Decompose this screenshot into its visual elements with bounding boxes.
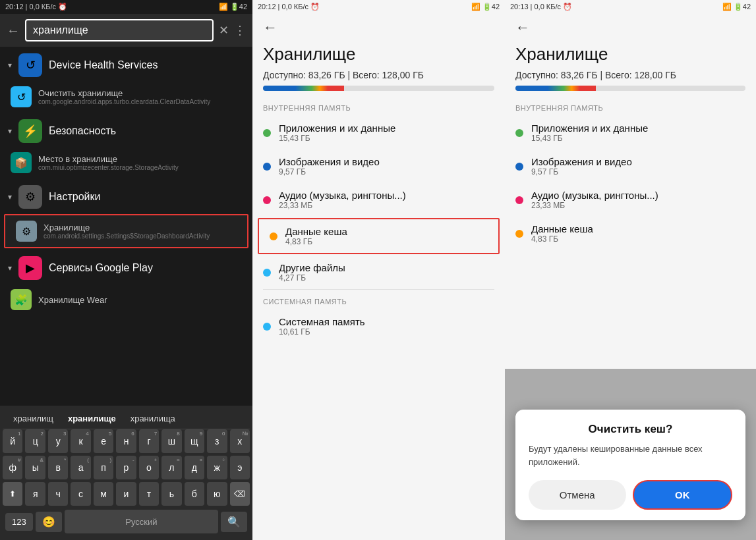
close-icon[interactable]: ✕	[219, 23, 229, 38]
key-х[interactable]: х№	[230, 429, 250, 453]
dot-system	[263, 323, 271, 331]
cancel-button[interactable]: Отмена	[529, 480, 626, 510]
section-google-play[interactable]: ▾ ▶ Сервисы Google Play	[0, 250, 252, 284]
key-backspace[interactable]: ⌫	[230, 482, 250, 506]
key-ч[interactable]: ч	[48, 482, 68, 506]
key-а[interactable]: а(	[71, 456, 90, 479]
device-health-icon: ↺	[18, 53, 42, 77]
storage-settings-name: Хранилище	[44, 223, 210, 232]
keyboard-bottom-row: 123 😊 Русский 🔍	[3, 508, 250, 533]
key-space[interactable]: Русский	[65, 510, 218, 533]
key-т[interactable]: т	[139, 482, 159, 506]
key-з[interactable]: з0	[207, 429, 227, 453]
key-р[interactable]: р-	[116, 456, 136, 479]
suggestion-3[interactable]: хранилища	[125, 412, 181, 425]
security-icon: ⚡	[18, 119, 42, 143]
page-title-3: Хранилище	[505, 44, 756, 70]
key-ю[interactable]: ю	[207, 482, 227, 506]
storage-item-other[interactable]: Другие файлы 4,27 ГБ	[252, 256, 505, 289]
key-н[interactable]: н6	[116, 429, 136, 453]
key-emoji[interactable]: 😊	[36, 512, 62, 532]
storage-wear-text: Хранилище Wear	[38, 295, 107, 305]
key-ш[interactable]: ш8	[161, 429, 181, 453]
panel2-header: ←	[252, 14, 505, 44]
list-item-clear-storage[interactable]: ↺ Очистить хранилище com.google.android.…	[0, 81, 252, 113]
suggestion-2[interactable]: хранилище	[63, 412, 121, 425]
section-settings[interactable]: ▾ ⚙ Настройки	[0, 178, 252, 213]
key-и[interactable]: и	[116, 482, 136, 506]
audio-name: Аудио (музыка, рингтоны...)	[279, 190, 494, 201]
key-в[interactable]: в*	[48, 456, 68, 479]
ok-button[interactable]: OK	[633, 480, 733, 510]
storage-item-audio[interactable]: Аудио (музыка, рингтоны...) 23,33 МБ	[252, 183, 505, 217]
storage-place-icon: 📦	[11, 152, 32, 173]
list-item-storage-place[interactable]: 📦 Место в хранилище com.miui.optimizecen…	[0, 147, 252, 178]
key-у[interactable]: у3	[48, 429, 68, 453]
storage-item-cache[interactable]: Данные кеша 4,83 ГБ	[258, 218, 500, 254]
more-icon[interactable]: ⋮	[234, 23, 246, 38]
back-icon-1[interactable]: ←	[7, 23, 20, 38]
storage-info-3: Доступно: 83,26 ГБ | Всего: 128,00 ГБ	[505, 70, 756, 83]
list-item-storage-wear[interactable]: 🧩 Хранилище Wear	[0, 284, 252, 315]
key-м[interactable]: м	[94, 482, 113, 506]
search-input[interactable]	[25, 19, 214, 41]
key-л[interactable]: л=	[161, 456, 181, 479]
storage-bar-2	[263, 86, 494, 91]
apps-name: Приложения и их данные	[279, 122, 494, 134]
key-й[interactable]: й1	[3, 429, 22, 453]
system-text: Системная память 10,61 ГБ	[279, 316, 494, 337]
key-search[interactable]: 🔍	[221, 512, 247, 532]
status-left-2: 20:12 | 0,0 КБ/с ⏰	[258, 3, 320, 11]
key-э[interactable]: э	[230, 456, 250, 479]
key-num[interactable]: 123	[5, 513, 33, 531]
storage-item-audio-3[interactable]: Аудио (музыка, рингтоны...) 23,33 МБ	[505, 183, 756, 217]
keyboard-suggestions: хранилищ хранилище хранилища	[3, 410, 250, 429]
panel-storage-dialog: 20:13 | 0,0 КБ/с ⏰ 📶 🔋42 ← Хранилище Дос…	[505, 0, 756, 540]
storage-place-name: Место в хранилище	[38, 154, 179, 164]
back-arrow-2[interactable]: ←	[263, 19, 277, 36]
list-item-storage-settings[interactable]: ⚙ Хранилище com.android.settings.Setting…	[4, 214, 248, 248]
audio-text-3: Аудио (музыка, рингтоны...) 23,33 МБ	[531, 190, 745, 210]
key-с[interactable]: с	[71, 482, 90, 506]
back-arrow-3[interactable]: ←	[515, 19, 530, 36]
key-shift[interactable]: ⬆	[3, 482, 22, 506]
key-п[interactable]: п)	[94, 456, 113, 479]
images-text-3: Изображения и видео 9,57 ГБ	[531, 156, 745, 176]
key-о[interactable]: о+	[139, 456, 159, 479]
dot-apps-3	[515, 129, 523, 137]
images-name: Изображения и видео	[279, 156, 494, 167]
key-к[interactable]: к4	[71, 429, 90, 453]
section-label-system-2: СИСТЕМНАЯ ПАМЯТЬ	[252, 290, 505, 310]
suggestion-1[interactable]: хранилищ	[8, 412, 59, 425]
key-д[interactable]: д×	[185, 456, 204, 479]
storage-item-images-3[interactable]: Изображения и видео 9,57 ГБ	[505, 149, 756, 183]
storage-item-apps-3[interactable]: Приложения и их данные 15,43 ГБ	[505, 116, 756, 149]
section-device-health[interactable]: ▾ ↺ Device Health Services	[0, 47, 252, 81]
storage-settings-text: Хранилище com.android.settings.Settings$…	[44, 223, 210, 240]
key-ц[interactable]: ц2	[25, 429, 45, 453]
clear-storage-icon: ↺	[11, 86, 32, 107]
images-size: 9,57 ГБ	[279, 167, 494, 176]
google-play-icon: ▶	[18, 256, 42, 280]
key-г[interactable]: г7	[139, 429, 159, 453]
key-ж[interactable]: ж÷	[207, 456, 227, 479]
key-ы[interactable]: ы&	[25, 456, 45, 479]
images-name-3: Изображения и видео	[531, 156, 745, 167]
storage-item-cache-3[interactable]: Данные кеша 4,83 ГБ	[505, 217, 756, 250]
key-ь[interactable]: ь	[161, 482, 181, 506]
images-size-3: 9,57 ГБ	[531, 167, 745, 176]
storage-item-apps[interactable]: Приложения и их данные 15,43 ГБ	[252, 116, 505, 149]
clear-storage-name: Очистить хранилище	[38, 88, 210, 98]
key-е[interactable]: е5	[94, 429, 113, 453]
chevron-icon-2: ▾	[8, 126, 12, 136]
key-ф[interactable]: ф#	[3, 456, 22, 479]
storage-item-system[interactable]: Системная память 10,61 ГБ	[252, 310, 505, 343]
storage-item-images[interactable]: Изображения и видео 9,57 ГБ	[252, 149, 505, 183]
section-security[interactable]: ▾ ⚡ Безопасность	[0, 113, 252, 147]
key-щ[interactable]: щ9	[185, 429, 204, 453]
dot-audio-3	[515, 196, 523, 204]
status-bar-2: 20:12 | 0,0 КБ/с ⏰ 📶 🔋42	[252, 0, 505, 14]
dot-other	[263, 269, 271, 277]
key-я[interactable]: я	[25, 482, 45, 506]
key-б[interactable]: б	[185, 482, 204, 506]
